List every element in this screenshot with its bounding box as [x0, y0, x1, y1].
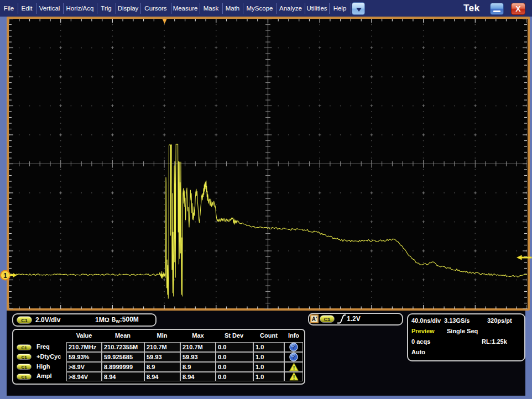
svg-text:?: ? [292, 354, 295, 360]
svg-text:!: ! [293, 364, 295, 371]
svg-text:1: 1 [3, 272, 7, 280]
svg-text:?: ? [292, 344, 295, 350]
svg-text:!: ! [293, 374, 295, 381]
